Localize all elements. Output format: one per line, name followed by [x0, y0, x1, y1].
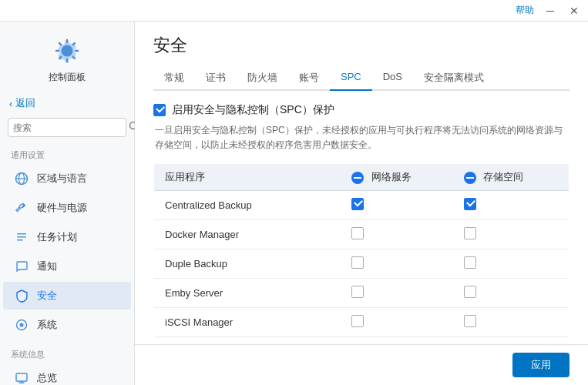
table-cell-storage [453, 337, 570, 344]
sidebar-item-region[interactable]: 区域与语言 [3, 165, 131, 192]
table-header-row: 应用程序 网络服务 存储空间 [154, 164, 570, 191]
sidebar: 控制面板 ‹ 返回 通用设置 区域与语言 硬件与电源 [0, 22, 135, 385]
table-cell-app: Snapshot [154, 337, 341, 344]
table-row: iSCSI Manager [154, 308, 570, 337]
table-cell-storage [453, 191, 570, 220]
network-checkbox[interactable] [351, 315, 364, 327]
content-body: 启用安全与隐私控制（SPC）保护 一旦启用安全与隐私控制（SPC）保护，未经授权… [135, 91, 588, 344]
back-chevron-icon: ‹ [9, 98, 12, 109]
storage-checkbox[interactable] [464, 286, 476, 298]
tab-general[interactable]: 常规 [153, 66, 195, 91]
sidebar-item-label-overview: 总览 [37, 371, 57, 385]
network-checkbox[interactable] [351, 286, 364, 298]
tab-certificate[interactable]: 证书 [195, 66, 237, 91]
table-cell-app: Emby Server [154, 279, 341, 308]
content-area: 安全 常规 证书 防火墙 账号 SPC DoS 安全隔离模式 启用安全与隐私控制… [135, 22, 588, 385]
tab-bar: 常规 证书 防火墙 账号 SPC DoS 安全隔离模式 [153, 66, 570, 91]
table-cell-storage [453, 279, 570, 308]
table-cell-network [341, 279, 453, 308]
svg-point-11 [20, 323, 24, 327]
table-cell-network [341, 249, 453, 279]
col-header-network: 网络服务 [341, 164, 453, 191]
table-row: Emby Server [154, 279, 570, 308]
table-cell-app: Docker Manager [154, 220, 341, 249]
sidebar-item-label-tasks: 任务计划 [37, 230, 77, 244]
search-input[interactable] [13, 122, 129, 133]
section-info-label: 系统信息 [0, 340, 134, 363]
shield-icon [14, 288, 29, 303]
col-header-app: 应用程序 [154, 164, 341, 191]
tab-spc[interactable]: SPC [330, 66, 372, 91]
network-minus-icon [351, 172, 364, 184]
app-table: 应用程序 网络服务 存储空间 Centralized BackupDocker … [153, 163, 570, 344]
sidebar-item-notifications[interactable]: 通知 [3, 253, 131, 280]
table-cell-network [341, 220, 453, 249]
storage-minus-icon [464, 172, 476, 184]
table-cell-storage [453, 249, 570, 279]
svg-rect-12 [16, 373, 27, 381]
storage-checkbox[interactable] [464, 198, 476, 210]
table-row: Duple Backup [154, 249, 570, 279]
sidebar-item-overview[interactable]: 总览 [3, 364, 131, 385]
table-cell-storage [453, 308, 570, 337]
table-cell-storage [453, 220, 570, 249]
section-general-label: 通用设置 [0, 143, 134, 164]
sidebar-item-label-system: 系统 [37, 318, 57, 332]
storage-checkbox[interactable] [464, 256, 476, 269]
svg-rect-9 [17, 239, 23, 241]
wrench-icon [14, 200, 29, 216]
tab-firewall[interactable]: 防火墙 [237, 66, 288, 91]
table-row: Docker Manager [154, 220, 570, 249]
main-container: 控制面板 ‹ 返回 通用设置 区域与语言 硬件与电源 [0, 22, 588, 385]
sidebar-item-label-region: 区域与语言 [37, 172, 87, 186]
close-button[interactable]: ✕ [566, 5, 582, 16]
table-row: Snapshot [154, 337, 570, 344]
svg-rect-7 [17, 233, 26, 235]
apply-button[interactable]: 应用 [512, 353, 570, 377]
storage-checkbox[interactable] [464, 315, 476, 327]
table-cell-app: iSCSI Manager [154, 308, 341, 337]
table-cell-app: Duple Backup [154, 249, 341, 279]
content-header: 安全 常规 证书 防火墙 账号 SPC DoS 安全隔离模式 [135, 22, 588, 91]
spc-enable-label: 启用安全与隐私控制（SPC）保护 [172, 103, 334, 117]
minimize-button[interactable]: ─ [543, 5, 557, 16]
sidebar-item-label-hardware: 硬件与电源 [37, 201, 87, 215]
table-cell-app: Centralized Backup [154, 191, 341, 220]
list-icon [14, 229, 29, 245]
content-footer: 应用 [135, 344, 588, 385]
titlebar: 帮助 ─ ✕ [0, 0, 588, 22]
network-checkbox[interactable] [351, 198, 364, 210]
sidebar-item-label-security: 安全 [37, 289, 57, 303]
network-checkbox[interactable] [351, 227, 364, 239]
storage-checkbox[interactable] [464, 227, 476, 239]
sidebar-item-tasks[interactable]: 任务计划 [3, 223, 131, 251]
svg-rect-8 [17, 236, 26, 238]
help-link[interactable]: 帮助 [516, 4, 534, 17]
back-button[interactable]: ‹ 返回 [0, 92, 134, 115]
tab-account[interactable]: 账号 [288, 66, 330, 91]
network-checkbox[interactable] [351, 256, 364, 269]
globe-icon [14, 171, 29, 186]
tab-dos[interactable]: DoS [372, 66, 413, 91]
tab-isolation[interactable]: 安全隔离模式 [413, 66, 495, 91]
gear-icon [50, 34, 84, 68]
spc-enable-checkbox[interactable] [153, 104, 166, 116]
sidebar-item-hardware[interactable]: 硬件与电源 [3, 194, 131, 222]
search-bar[interactable] [8, 118, 126, 137]
table-cell-network [341, 337, 453, 344]
spc-enable-row: 启用安全与隐私控制（SPC）保护 [153, 103, 570, 117]
sidebar-logo: 控制面板 [0, 22, 134, 92]
sidebar-item-security[interactable]: 安全 [3, 282, 131, 310]
system-icon [14, 317, 29, 333]
chat-icon [14, 259, 29, 274]
monitor-icon [14, 370, 29, 385]
page-title: 安全 [153, 34, 570, 57]
table-cell-network [341, 308, 453, 337]
spc-description: 一旦启用安全与隐私控制（SPC）保护，未经授权的应用与可执行程序将无法访问系统的… [153, 123, 570, 152]
col-header-storage: 存储空间 [453, 164, 570, 191]
table-row: Centralized Backup [154, 191, 570, 220]
sidebar-title: 控制面板 [49, 71, 86, 84]
table-cell-network [341, 191, 453, 220]
sidebar-item-label-notifications: 通知 [37, 259, 57, 273]
sidebar-item-system[interactable]: 系统 [3, 311, 131, 339]
